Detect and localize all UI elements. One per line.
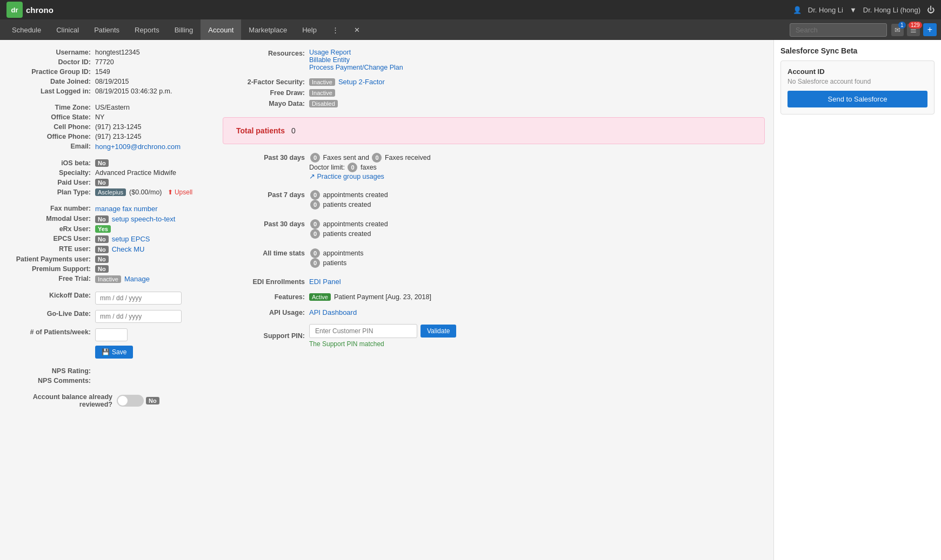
timezone-value: US/Eastern [95, 104, 130, 111]
power-icon[interactable]: ⏻ [927, 5, 935, 14]
username-label: Username: [9, 49, 95, 56]
alltime-appt-badge: 0 [310, 248, 320, 258]
specialty-label: Specialty: [9, 169, 95, 177]
top-bar: dr chrono 👤 Dr. Hong Li ▼ Dr. Hong Li (h… [0, 0, 941, 19]
erx-row: eRx User: Yes [9, 225, 214, 233]
mayo-badge: Disabled [309, 100, 338, 107]
cell-phone-value: (917) 213-1245 [95, 123, 141, 131]
user-name-primary[interactable]: Dr. Hong Li [808, 6, 843, 14]
menu-badge: 129 [909, 22, 922, 29]
nav-reports[interactable]: Reports [127, 19, 167, 40]
total-patients-value: 0 [291, 126, 296, 135]
patients-week-input[interactable] [95, 328, 128, 341]
nav-schedule[interactable]: Schedule [4, 19, 49, 40]
doctor-limit-value: 0 [348, 163, 357, 172]
nav-bar: Schedule Clinical Patients Reports Billi… [0, 19, 941, 40]
validate-button[interactable]: Validate [421, 325, 456, 338]
kickoff-date-input[interactable] [95, 292, 182, 305]
upsell-link[interactable]: ⬆ Upsell [168, 188, 193, 196]
support-pin-row: Support PIN: Validate The Support PIN ma… [223, 324, 765, 348]
nav-close[interactable]: ✕ [346, 19, 368, 40]
epcs-link[interactable]: setup EPCS [112, 235, 150, 243]
salesforce-title: Salesforce Sync Beta [780, 46, 935, 55]
fax-line2: Doctor limit: 0 faxes [309, 163, 431, 172]
past7-value: 0 appointments created 0 patients create… [309, 190, 388, 210]
alltime-patients-badge: 0 [310, 258, 320, 268]
edi-panel-link[interactable]: EDI Panel [309, 278, 341, 286]
save-row: 💾 Save [9, 343, 214, 359]
fax-label: Fax number: [9, 205, 95, 213]
timezone-row: Time Zone: US/Eastern [9, 104, 214, 111]
plan-badge: Asclepius [95, 188, 126, 196]
golive-date-input[interactable] [95, 310, 182, 323]
account-balance-row: Account balance already reviewed? No [9, 393, 214, 408]
practice-group-link[interactable]: Practice group usages [317, 173, 384, 180]
fax-row: Fax number: manage fax number [9, 205, 214, 213]
menu-button[interactable]: ☰ 129 [907, 24, 920, 36]
edi-label: EDI Enrollments [223, 278, 309, 286]
patient-pay-row: Patient Payments user: No [9, 255, 214, 263]
main-layout: Username: hongtest12345 Doctor ID: 77720… [0, 40, 941, 560]
past30-patients-line: 0 patients created [309, 229, 388, 239]
doctor-id-value: 77720 [95, 58, 114, 66]
office-phone-label: Office Phone: [9, 133, 95, 140]
email-label: Email: [9, 143, 95, 151]
username-value: hongtest12345 [95, 49, 140, 56]
nav-help[interactable]: Help [295, 19, 324, 40]
usage-report-link[interactable]: Usage Report [309, 49, 351, 56]
past30-value: 0 appointments created 0 patients create… [309, 219, 388, 239]
account-balance-toggle[interactable] [117, 395, 144, 407]
mmodal-link[interactable]: setup speech-to-text [112, 215, 176, 223]
alltime-patients-text: patients [323, 259, 346, 267]
toggle-knob [118, 396, 128, 406]
rte-label: RTE user: [9, 245, 95, 253]
add-button[interactable]: + [923, 23, 937, 36]
send-to-salesforce-button[interactable]: Send to Salesforce [787, 91, 927, 107]
setup-2factor-link[interactable]: Setup 2-Factor [338, 78, 385, 86]
free-trial-manage-link[interactable]: Manage [124, 275, 150, 283]
nav-marketplace[interactable]: Marketplace [241, 19, 295, 40]
support-pin-input[interactable] [309, 324, 417, 338]
kickoff-row: Kickoff Date: [9, 292, 214, 305]
nav-more-dots[interactable]: ⋮ [324, 19, 346, 40]
sidebar: Salesforce Sync Beta Account ID No Sales… [773, 40, 941, 560]
patient-pay-badge: No [95, 255, 109, 263]
past30-patients-badge: 0 [310, 229, 320, 239]
kickoff-label: Kickoff Date: [9, 292, 95, 305]
process-payment-link[interactable]: Process Payment/Change Plan [309, 64, 403, 71]
email-link[interactable]: hong+1009@drchrono.com [95, 143, 181, 151]
support-pin-label: Support PIN: [223, 332, 309, 340]
premium-label: Premium Support: [9, 265, 95, 273]
office-state-label: Office State: [9, 113, 95, 121]
past7-row: Past 7 days 0 appointments created 0 pat… [223, 190, 765, 210]
doctor-id-label: Doctor ID: [9, 58, 95, 66]
last-logged-value: 08/19/2015 03:46:32 p.m. [95, 87, 172, 95]
account-id-label: Account ID [787, 68, 927, 76]
golive-row: Go-Live Date: [9, 310, 214, 323]
past30-label: Past 30 days [223, 219, 309, 228]
features-text: Patient Payment [Aug. 23, 2018] [334, 293, 431, 301]
search-input[interactable] [790, 23, 887, 37]
nav-account[interactable]: Account [201, 19, 241, 40]
alltime-label: All time stats [223, 248, 309, 257]
premium-badge: No [95, 265, 109, 273]
notification-bell-button[interactable]: ✉ 1 [891, 24, 904, 36]
pin-matched-text: The Support PIN matched [309, 340, 456, 348]
save-button[interactable]: 💾 Save [95, 346, 133, 359]
two-factor-label: 2-Factor Security: [223, 78, 309, 86]
date-joined-value: 08/19/2015 [95, 78, 129, 85]
logo: dr chrono [6, 2, 54, 18]
billable-entity-link[interactable]: Billable Entity [309, 56, 350, 64]
free-draw-badge: Inactive [309, 89, 335, 97]
mmodal-label: Mmodal User: [9, 215, 95, 223]
nav-billing[interactable]: Billing [167, 19, 201, 40]
support-pin-controls: Validate The Support PIN matched [309, 324, 456, 348]
rte-link[interactable]: Check MU [112, 245, 145, 253]
ios-beta-label: iOS beta: [9, 159, 95, 167]
premium-row: Premium Support: No [9, 265, 214, 273]
manage-fax-link[interactable]: manage fax number [95, 205, 158, 213]
nav-patients[interactable]: Patients [86, 19, 127, 40]
api-dashboard-link[interactable]: API Dashboard [309, 308, 357, 316]
alltime-row: All time stats 0 appointments 0 patients [223, 248, 765, 268]
nav-clinical[interactable]: Clinical [49, 19, 86, 40]
